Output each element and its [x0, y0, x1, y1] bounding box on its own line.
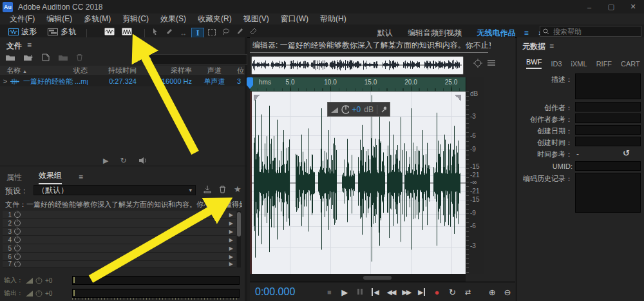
description-field[interactable] — [575, 73, 641, 99]
waveform-mode-button[interactable]: 波形 — [4, 26, 41, 38]
coding-history-field[interactable] — [575, 173, 641, 213]
umid-field[interactable] — [575, 161, 641, 171]
workspace-menu-icon[interactable]: ≡ — [524, 28, 529, 37]
power-icon[interactable] — [14, 228, 21, 235]
creator-reference-field[interactable] — [575, 113, 641, 123]
new-file-icon[interactable] — [41, 53, 50, 61]
loop-playback-button[interactable]: ↻ — [444, 287, 460, 297]
play-button[interactable]: ▶ — [337, 287, 352, 297]
slot-arrow-icon[interactable]: ▶ — [229, 246, 233, 251]
spot-healing-tool-icon[interactable] — [247, 27, 259, 37]
maximize-button[interactable]: ▢ — [600, 0, 622, 14]
spectral-display-icon[interactable] — [121, 27, 133, 37]
col-duration[interactable]: 持续时间 — [88, 66, 137, 75]
trash-icon[interactable] — [76, 53, 83, 61]
minimize-button[interactable]: – — [578, 0, 600, 14]
overview-waveform-canvas[interactable] — [252, 57, 462, 73]
volume-hud[interactable]: +0 dB — [327, 102, 390, 117]
timeline-ruler[interactable]: hms 5.010.015.020.025.0 — [250, 77, 466, 92]
workspace-default[interactable]: 默认 — [371, 28, 399, 37]
fade-in-handle[interactable] — [254, 95, 260, 101]
tab-cart[interactable]: CART — [621, 60, 640, 68]
slot-arrow-icon[interactable]: ▶ — [229, 229, 233, 235]
amplitude-scale[interactable]: dB-3-6-9-15-21-∞-21-15-9-6-3 — [466, 77, 484, 274]
knob-icon[interactable] — [35, 290, 43, 297]
fx-slot-row[interactable]: 4▶ — [3, 236, 236, 244]
tab-riff[interactable]: RIFF — [596, 60, 612, 68]
slot-arrow-icon[interactable]: ▶ — [229, 261, 233, 267]
col-channels[interactable]: 声道 — [192, 66, 237, 75]
menu-file[interactable]: 文件(F) — [4, 14, 41, 24]
power-icon[interactable] — [14, 245, 21, 251]
fx-slot-row[interactable]: 1▶ — [3, 211, 236, 219]
reset-icon[interactable]: ↺ — [623, 148, 630, 158]
save-preset-icon[interactable] — [204, 185, 211, 193]
zoom-in-button[interactable]: ⊕ — [484, 287, 500, 297]
creation-date-field[interactable] — [575, 125, 641, 135]
timecode-display[interactable]: 0:00.000 — [255, 286, 321, 298]
preview-loop-icon[interactable]: ↻ — [120, 156, 126, 165]
hud-gain-value[interactable]: +0 — [352, 105, 361, 114]
slot-arrow-icon[interactable]: ▶ — [229, 237, 233, 243]
power-icon[interactable] — [14, 261, 21, 267]
razor-tool-icon[interactable] — [164, 27, 175, 37]
close-button[interactable]: ✕ — [622, 0, 644, 14]
workspace-edit-audio-video[interactable]: 编辑音频到视频 — [401, 28, 468, 37]
preset-dropdown[interactable]: （默认） ▾ — [33, 185, 196, 195]
open-file-icon[interactable] — [5, 53, 15, 61]
fx-slot-row[interactable]: 7▶ — [3, 261, 236, 267]
menu-window[interactable]: 窗口(W) — [275, 14, 314, 24]
move-tool-icon[interactable] — [150, 27, 162, 37]
fx-slot-row[interactable]: 5▶ — [3, 244, 236, 253]
fast-forward-button[interactable]: ▶▶ — [399, 288, 414, 296]
playhead-marker[interactable] — [247, 77, 253, 85]
tab-properties[interactable]: 属性 — [6, 172, 22, 183]
scrollbar-thumb[interactable] — [363, 276, 392, 280]
col-sample-rate[interactable]: 采样率 — [137, 66, 192, 75]
skip-to-start-button[interactable]: ◀ — [368, 288, 383, 296]
stop-button[interactable]: ■ — [321, 288, 337, 296]
col-bits[interactable]: 位 — [237, 66, 245, 75]
paintbrush-tool-icon[interactable] — [234, 27, 245, 37]
waveform-display[interactable] — [250, 92, 466, 274]
col-status[interactable]: 状态 — [61, 66, 88, 75]
delete-preset-icon[interactable] — [219, 185, 226, 193]
zoom-navigate-icon[interactable] — [473, 58, 483, 70]
fade-out-handle[interactable] — [455, 95, 461, 101]
tab-id3[interactable]: ID3 — [551, 60, 562, 68]
main-waveform-canvas[interactable] — [250, 92, 466, 274]
waveform-display-icon[interactable] — [104, 27, 115, 37]
horizontal-scrollbar[interactable] — [250, 274, 466, 282]
slot-arrow-icon[interactable]: ▶ — [229, 254, 233, 260]
menu-edit[interactable]: 编辑(E) — [41, 14, 78, 24]
files-panel-menu-icon[interactable]: ≡ — [27, 41, 32, 50]
skip-selection-button[interactable]: ⇄ — [460, 288, 475, 296]
power-icon[interactable] — [14, 237, 21, 243]
insert-into-multitrack-icon[interactable] — [58, 53, 68, 61]
effects-panel-menu-icon[interactable]: ≡ — [79, 173, 83, 182]
expand-icon[interactable]: > — [0, 77, 10, 85]
multitrack-mode-button[interactable]: 多轨 — [43, 26, 80, 38]
skip-to-end-button[interactable]: ▶ — [414, 288, 430, 296]
pause-button[interactable] — [352, 288, 368, 296]
rewind-button[interactable]: ◀◀ — [383, 288, 399, 296]
fx-slot-row[interactable]: 3▶ — [3, 228, 236, 236]
preview-play-icon[interactable]: ▶ — [103, 157, 108, 165]
fx-scrollbar[interactable] — [237, 211, 241, 267]
gain-knob-icon[interactable] — [341, 105, 349, 114]
marquee-selection-tool-icon[interactable] — [206, 28, 218, 37]
fx-slot-row[interactable]: 2▶ — [3, 219, 236, 228]
knob-icon[interactable] — [35, 277, 43, 284]
col-name[interactable]: 名称 ▲ — [0, 66, 61, 75]
record-button[interactable]: ● — [430, 287, 445, 297]
power-icon[interactable] — [14, 211, 21, 218]
files-search-box[interactable] — [143, 54, 247, 65]
zoom-out-button[interactable]: ⊖ — [500, 287, 515, 297]
menu-favorites[interactable]: 收藏夹(R) — [192, 14, 238, 24]
menu-help[interactable]: 帮助(H) — [314, 14, 352, 24]
menu-clip[interactable]: 剪辑(C) — [117, 14, 155, 24]
overview-strip[interactable] — [251, 56, 464, 75]
creator-field[interactable] — [575, 102, 641, 112]
overview-menu-icon[interactable] — [487, 59, 496, 68]
power-icon[interactable] — [14, 253, 21, 260]
